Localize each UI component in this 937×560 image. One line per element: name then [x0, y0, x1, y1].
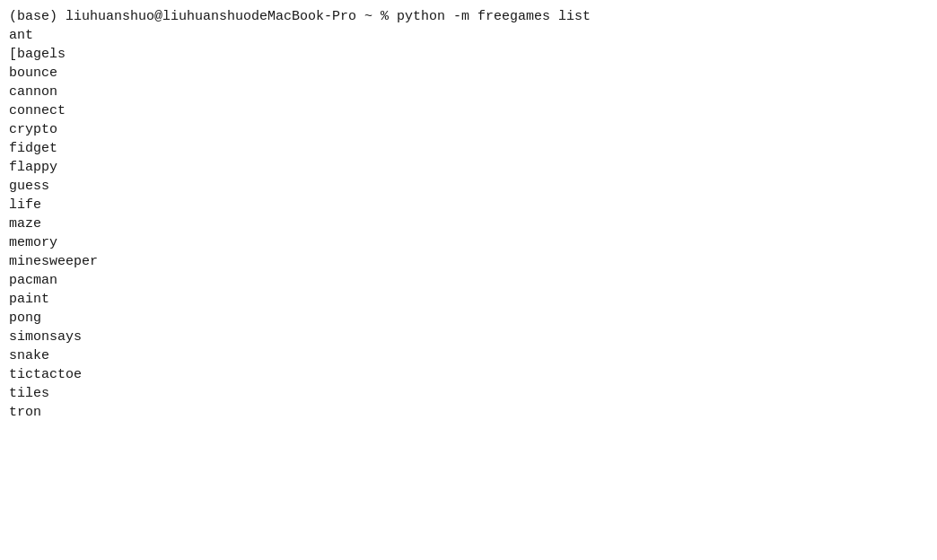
game-list-item: pacman	[9, 271, 928, 290]
game-list-item: tiles	[9, 384, 928, 403]
game-list-item: maze	[9, 214, 928, 233]
game-list-item: guess	[9, 177, 928, 196]
terminal-window: (base) liuhuanshuo@liuhuanshuodeMacBook-…	[0, 0, 937, 560]
game-list-item: simonsays	[9, 328, 928, 346]
game-list-item: paint	[9, 290, 928, 309]
game-list-item: ant	[9, 26, 928, 45]
game-list-item: life	[9, 196, 928, 214]
command-line: (base) liuhuanshuo@liuhuanshuodeMacBook-…	[9, 7, 928, 26]
game-list-item: flappy	[9, 158, 928, 177]
game-list-item: [bagels	[9, 45, 928, 64]
game-list-item: memory	[9, 233, 928, 252]
game-list-item: bounce	[9, 64, 928, 83]
game-list-item: tictactoe	[9, 365, 928, 384]
game-list-item: minesweeper	[9, 252, 928, 271]
games-list: ant[bagelsbouncecannonconnectcryptofidge…	[9, 26, 928, 422]
game-list-item: connect	[9, 101, 928, 120]
game-list-item: snake	[9, 346, 928, 365]
game-list-item: fidget	[9, 139, 928, 158]
game-list-item: crypto	[9, 120, 928, 139]
game-list-item: tron	[9, 403, 928, 422]
game-list-item: pong	[9, 309, 928, 328]
game-list-item: cannon	[9, 83, 928, 101]
